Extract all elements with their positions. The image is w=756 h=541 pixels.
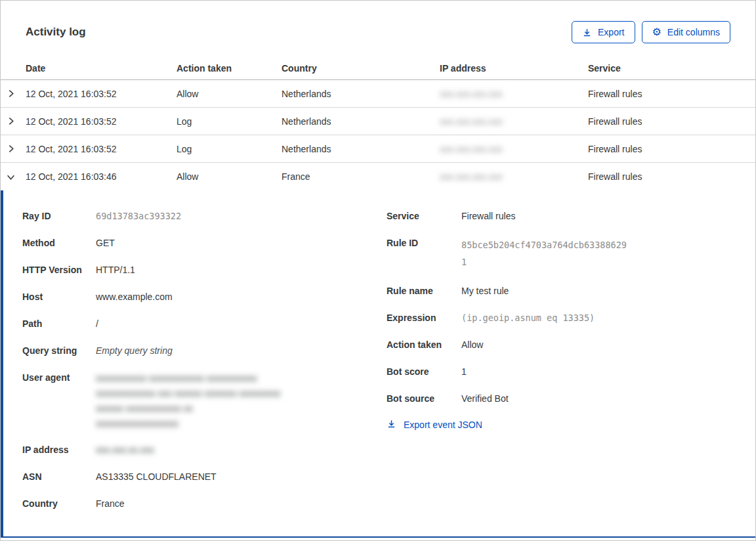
detail-row-bot-source: Bot source Verified Bot <box>387 392 662 405</box>
detail-row-method: Method GET <box>22 236 350 249</box>
detail-label: Service <box>387 209 461 223</box>
ray-id-value: 69d13783ac393322 <box>96 209 181 223</box>
export-button-label: Export <box>598 27 624 37</box>
detail-label: User agent <box>22 371 96 431</box>
detail-label: Rule ID <box>387 236 461 270</box>
service-value: Firewall rules <box>461 209 515 223</box>
column-header-service: Service <box>588 63 755 74</box>
cell-date: 12 Oct, 2021 16:03:52 <box>26 116 177 127</box>
toolbar: Export ⚙ Edit columns <box>572 21 730 43</box>
column-header-action: Action taken <box>177 63 282 74</box>
detail-label: Action taken <box>387 338 461 351</box>
detail-label: Host <box>22 290 96 303</box>
detail-label: IP address <box>22 443 96 456</box>
rule-name-value: My test rule <box>461 284 509 297</box>
country-value: France <box>96 497 125 510</box>
cell-date: 12 Oct, 2021 16:03:46 <box>26 171 177 182</box>
chevron-down-icon <box>7 173 15 181</box>
column-header-country: Country <box>282 63 440 74</box>
cell-country: Netherlands <box>282 116 440 127</box>
cell-action: Allow <box>177 89 282 99</box>
detail-label: HTTP Version <box>22 263 96 276</box>
cell-country: Netherlands <box>282 144 440 154</box>
detail-right-column: Service Firewall rules Rule ID 85bce5b20… <box>387 209 662 431</box>
collapse-row-button[interactable] <box>1 163 26 190</box>
cell-ip-redacted: xxx.xxx.xxx.xxx <box>440 89 588 99</box>
detail-row-bot-score: Bot score 1 <box>387 365 662 378</box>
table-row[interactable]: 12 Oct, 2021 16:03:52 Allow Netherlands … <box>1 80 755 108</box>
cell-action: Log <box>177 144 282 154</box>
ip-address-value-redacted: xxx.xxx.xx.xxx <box>96 443 154 456</box>
cell-service: Firewall rules <box>588 171 755 182</box>
detail-row-ray-id: Ray ID 69d13783ac393322 <box>22 209 350 223</box>
detail-label: Expression <box>387 311 461 324</box>
cell-ip-redacted: xxx.xxx.xxx.xxx <box>440 116 588 127</box>
detail-label: Query string <box>22 344 96 357</box>
table-row[interactable]: 12 Oct, 2021 16:03:52 Log Netherlands xx… <box>1 108 755 135</box>
detail-row-http-version: HTTP Version HTTP/1.1 <box>22 263 350 276</box>
detail-left-column: Ray ID 69d13783ac393322 Method GET HTTP … <box>22 209 350 510</box>
expand-row-button[interactable] <box>1 108 26 135</box>
cell-country: France <box>282 171 440 182</box>
detail-label: Method <box>22 236 96 249</box>
cell-service: Firewall rules <box>588 144 755 154</box>
detail-row-path: Path / <box>22 317 350 330</box>
detail-row-user-agent: User agent xxxxxxxxxxx xxxxxxxxxxxx xxxx… <box>22 371 350 431</box>
chevron-right-icon <box>7 89 15 98</box>
detail-row-asn: ASN AS13335 CLOUDFLARENET <box>22 470 350 483</box>
detail-row-host: Host www.example.com <box>22 290 350 303</box>
download-icon <box>582 28 592 37</box>
bot-source-value: Verified Bot <box>461 392 509 405</box>
action-taken-value: Allow <box>461 338 483 351</box>
edit-columns-button-label: Edit columns <box>667 27 720 37</box>
gear-icon: ⚙ <box>652 27 662 37</box>
download-icon <box>387 419 396 431</box>
detail-label: Ray ID <box>22 209 96 223</box>
user-agent-value-redacted: xxxxxxxxxxx xxxxxxxxxxxx xxxxxxxxxxx xxx… <box>96 371 281 431</box>
column-header-date: Date <box>26 63 177 74</box>
method-value: GET <box>96 236 115 249</box>
cell-action: Allow <box>177 171 282 182</box>
export-event-json-link[interactable]: Export event JSON <box>387 419 662 431</box>
detail-label: Bot score <box>387 365 461 378</box>
cell-service: Firewall rules <box>588 89 755 99</box>
chevron-right-icon <box>7 117 15 125</box>
chevron-right-icon <box>7 144 15 153</box>
detail-label: Path <box>22 317 96 330</box>
detail-row-rule-id: Rule ID 85bce5b204cf4703a764dcb633886291 <box>387 236 662 270</box>
detail-row-ip-address: IP address xxx.xxx.xx.xxx <box>22 443 350 456</box>
edit-columns-button[interactable]: ⚙ Edit columns <box>642 21 731 43</box>
table-header-row: Date Action taken Country IP address Ser… <box>1 56 755 80</box>
detail-label: Rule name <box>387 284 461 297</box>
cell-ip-redacted: xxx.xxx.xxx.xxx <box>440 144 588 154</box>
event-detail-panel: Ray ID 69d13783ac393322 Method GET HTTP … <box>1 190 755 538</box>
detail-row-expression: Expression (ip.geoip.asnum eq 13335) <box>387 311 662 324</box>
activity-log-panel: Activity log Export ⚙ Edit columns Date … <box>0 0 756 541</box>
cell-action: Log <box>177 116 282 127</box>
expand-row-button[interactable] <box>1 80 26 107</box>
page-title: Activity log <box>26 26 86 39</box>
detail-row-rule-name: Rule name My test rule <box>387 284 662 297</box>
table-row-expanded[interactable]: 12 Oct, 2021 16:03:46 Allow France xxx.x… <box>1 163 755 190</box>
detail-label: Bot source <box>387 392 461 405</box>
detail-row-query-string: Query string Empty query string <box>22 344 350 357</box>
cell-date: 12 Oct, 2021 16:03:52 <box>26 89 177 99</box>
asn-value: AS13335 CLOUDFLARENET <box>96 470 217 483</box>
column-header-ip: IP address <box>440 63 588 74</box>
table-row[interactable]: 12 Oct, 2021 16:03:52 Log Netherlands xx… <box>1 135 755 163</box>
activity-log-table: Date Action taken Country IP address Ser… <box>1 56 755 190</box>
expand-row-button[interactable] <box>1 135 26 162</box>
detail-label: Country <box>22 497 96 510</box>
path-value: / <box>96 317 98 330</box>
topbar: Activity log Export ⚙ Edit columns <box>1 1 755 43</box>
expression-value: (ip.geoip.asnum eq 13335) <box>461 311 595 324</box>
detail-row-country: Country France <box>22 497 350 510</box>
host-value: www.example.com <box>96 290 173 303</box>
detail-row-action-taken: Action taken Allow <box>387 338 662 351</box>
cell-service: Firewall rules <box>588 116 755 127</box>
http-version-value: HTTP/1.1 <box>96 263 135 276</box>
bot-score-value: 1 <box>461 365 467 378</box>
cell-ip-redacted: xxx.xxx.xxx.xxx <box>440 171 588 182</box>
detail-row-service: Service Firewall rules <box>387 209 662 223</box>
export-button[interactable]: Export <box>572 21 635 43</box>
